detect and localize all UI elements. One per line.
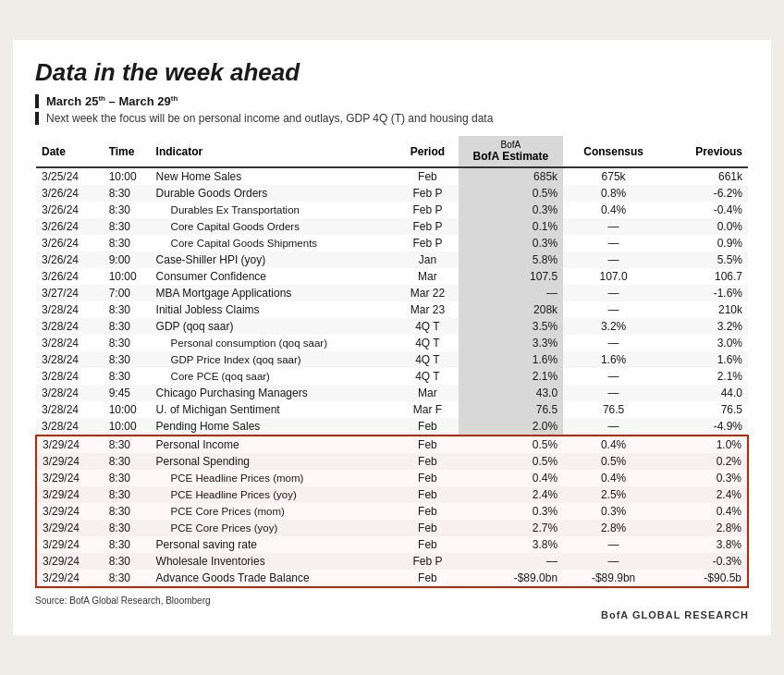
cell-consensus: 76.5	[563, 401, 664, 418]
cell-date: 3/25/24	[36, 167, 104, 185]
table-row: 3/25/24 10:00 New Home Sales Feb 685k 67…	[36, 167, 748, 185]
cell-period: Feb	[397, 453, 459, 470]
table-row: 3/26/24 8:30 Core Capital Goods Shipment…	[36, 235, 748, 252]
col-header-bofa: BofA BofA Estimate	[459, 136, 563, 167]
table-row: 3/29/24 8:30 Personal Spending Feb 0.5% …	[36, 453, 748, 470]
cell-indicator: GDP (qoq saar)	[151, 318, 398, 335]
cell-previous: 3.0%	[664, 335, 748, 351]
table-row: 3/29/24 8:30 Personal Income Feb 0.5% 0.…	[36, 436, 748, 453]
cell-bofa: —	[459, 285, 563, 301]
cell-consensus: —	[563, 218, 664, 235]
cell-period: Mar	[397, 385, 459, 401]
cell-consensus: 107.0	[563, 268, 664, 285]
table-row: 3/26/24 8:30 Core Capital Goods Orders F…	[36, 218, 748, 235]
cell-time: 8:30	[104, 520, 151, 536]
cell-bofa: 2.4%	[459, 486, 563, 503]
cell-period: Feb	[397, 167, 459, 185]
table-row: 3/29/24 8:30 Advance Goods Trade Balance…	[36, 570, 748, 587]
cell-consensus: 2.5%	[563, 486, 664, 503]
cell-indicator: Initial Jobless Claims	[151, 301, 398, 318]
cell-indicator: MBA Mortgage Applications	[151, 285, 398, 301]
cell-time: 8:30	[104, 368, 151, 385]
col-header-previous: Previous	[664, 136, 748, 167]
cell-date: 3/26/24	[36, 252, 104, 268]
cell-indicator: Advance Goods Trade Balance	[151, 570, 398, 587]
main-card: Data in the week ahead March 25th – Marc…	[13, 40, 771, 635]
cell-time: 8:30	[104, 536, 151, 553]
table-row: 3/28/24 8:30 Initial Jobless Claims Mar …	[36, 301, 748, 318]
cell-date: 3/26/24	[36, 185, 104, 202]
bofa-brand: BofA GLOBAL RESEARCH	[35, 609, 749, 620]
cell-previous: 106.7	[664, 268, 748, 285]
cell-bofa: 0.5%	[459, 453, 563, 470]
table-row: 3/26/24 8:30 Durable Goods Orders Feb P …	[36, 185, 748, 202]
cell-consensus: 2.8%	[563, 520, 664, 536]
cell-consensus: —	[563, 418, 664, 436]
cell-previous: 0.4%	[664, 503, 748, 520]
cell-indicator: Durable Goods Orders	[151, 185, 398, 202]
cell-previous: 5.5%	[664, 252, 748, 268]
data-table: Date Time Indicator Period BofA BofA Est…	[35, 136, 749, 588]
cell-period: 4Q T	[397, 368, 459, 385]
cell-date: 3/28/24	[36, 368, 104, 385]
cell-consensus: —	[563, 285, 664, 301]
cell-date: 3/29/24	[36, 503, 104, 520]
cell-indicator: Core Capital Goods Orders	[151, 218, 398, 235]
cell-indicator: Personal consumption (qoq saar)	[151, 335, 398, 351]
cell-date: 3/29/24	[36, 470, 104, 486]
cell-indicator: PCE Core Prices (yoy)	[151, 520, 398, 536]
cell-bofa: 685k	[459, 167, 563, 185]
cell-consensus: —	[563, 553, 664, 570]
cell-bofa: 43.0	[459, 385, 563, 401]
cell-previous: 1.0%	[664, 436, 748, 453]
cell-consensus: —	[563, 335, 664, 351]
cell-indicator: Durables Ex Transportation	[151, 202, 398, 218]
cell-period: Feb	[397, 436, 459, 453]
cell-bofa: 2.0%	[459, 418, 563, 436]
cell-previous: 3.2%	[664, 318, 748, 335]
cell-consensus: 3.2%	[563, 318, 664, 335]
cell-consensus: 0.8%	[563, 185, 664, 202]
cell-consensus: -$89.9bn	[563, 570, 664, 587]
col-header-indicator: Indicator	[151, 136, 398, 167]
cell-period: Feb	[397, 520, 459, 536]
cell-bofa: 5.8%	[459, 252, 563, 268]
cell-consensus: —	[563, 252, 664, 268]
cell-time: 8:30	[104, 436, 151, 453]
cell-date: 3/29/24	[36, 436, 104, 453]
table-row: 3/29/24 8:30 Personal saving rate Feb 3.…	[36, 536, 748, 553]
cell-date: 3/26/24	[36, 218, 104, 235]
cell-period: Feb P	[397, 185, 459, 202]
cell-consensus: 1.6%	[563, 351, 664, 368]
cell-bofa: 1.6%	[459, 351, 563, 368]
table-row: 3/28/24 8:30 GDP Price Index (qoq saar) …	[36, 351, 748, 368]
table-row: 3/29/24 8:30 PCE Headline Prices (mom) F…	[36, 470, 748, 486]
page-title: Data in the week ahead	[35, 58, 749, 87]
cell-previous: 0.2%	[664, 453, 748, 470]
cell-previous: 0.0%	[664, 218, 748, 235]
cell-bofa: 0.5%	[459, 185, 563, 202]
col-header-date: Date	[36, 136, 104, 167]
source-line: Source: BofA Global Research, Bloomberg	[35, 595, 749, 606]
cell-period: Jan	[397, 252, 459, 268]
cell-bofa: 0.3%	[459, 235, 563, 252]
cell-time: 8:30	[104, 335, 151, 351]
cell-period: Feb	[397, 470, 459, 486]
cell-bofa: 208k	[459, 301, 563, 318]
cell-time: 10:00	[104, 401, 151, 418]
cell-period: Feb	[397, 536, 459, 553]
cell-previous: 2.8%	[664, 520, 748, 536]
cell-consensus: —	[563, 385, 664, 401]
cell-date: 3/28/24	[36, 418, 104, 436]
cell-time: 10:00	[104, 268, 151, 285]
cell-date: 3/28/24	[36, 318, 104, 335]
cell-period: Feb	[397, 570, 459, 587]
cell-date: 3/26/24	[36, 235, 104, 252]
cell-bofa: 0.3%	[459, 202, 563, 218]
cell-bofa: 0.3%	[459, 503, 563, 520]
cell-time: 9:00	[104, 252, 151, 268]
cell-time: 7:00	[104, 285, 151, 301]
cell-previous: 0.9%	[664, 235, 748, 252]
cell-previous: 2.1%	[664, 368, 748, 385]
col-header-time: Time	[104, 136, 151, 167]
